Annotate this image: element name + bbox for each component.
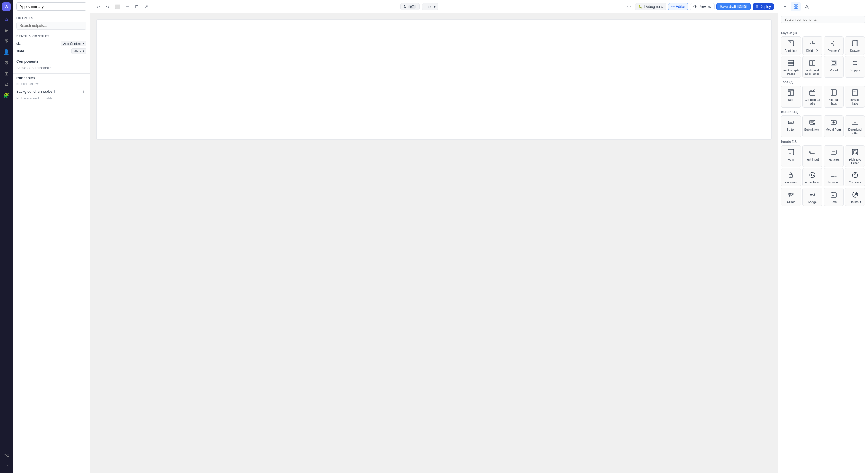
textarea-component[interactable]: Textarea — [824, 145, 844, 167]
ctx-value-badge[interactable]: App Context ▾ — [61, 41, 87, 46]
bg-runnables-title: Background runnables ℹ — [16, 90, 55, 94]
runnables-title: Runnables — [16, 76, 35, 80]
preview-button[interactable]: 👁 Preview — [690, 3, 715, 10]
textarea-icon — [830, 148, 838, 156]
right-panel-tabs: + — [778, 0, 868, 13]
email-input-icon — [808, 171, 816, 179]
container-component[interactable]: Container — [781, 36, 801, 55]
right-panel-search — [778, 13, 868, 26]
submit-form-component[interactable]: Submit form — [802, 116, 823, 137]
text-input-component[interactable]: Text Input — [802, 145, 823, 167]
modal-component[interactable]: Modal — [824, 56, 844, 78]
forward-icon[interactable]: → — [1, 461, 11, 471]
editor-button[interactable]: ✏ Editor — [668, 3, 688, 10]
app-logo[interactable]: W — [2, 2, 10, 11]
svg-rect-2 — [794, 7, 796, 9]
date-component[interactable]: Date — [824, 188, 844, 206]
home-icon[interactable]: ⌂ — [1, 14, 11, 24]
file-input-component[interactable]: File Input — [845, 188, 865, 206]
tabs-section-title: Tabs (2) — [781, 80, 865, 84]
grid-icon[interactable]: ⊞ — [1, 69, 11, 78]
svg-rect-9 — [788, 63, 794, 66]
tabs-component[interactable]: Tabs — [781, 86, 801, 107]
component-toggle-button[interactable]: ⊞ — [133, 2, 141, 11]
range-component[interactable]: Range — [802, 188, 823, 206]
email-input-component[interactable]: Email Input — [802, 168, 823, 187]
sidebar-tabs-component[interactable]: Sidebar Tabs — [824, 86, 844, 107]
search-components-input[interactable] — [781, 16, 865, 24]
svg-point-40 — [832, 195, 833, 195]
svg-rect-8 — [788, 60, 794, 63]
divider-x-component[interactable]: Divider X — [802, 36, 823, 55]
debug-runs-button[interactable]: 🐛 Debug runs — [635, 3, 666, 10]
outputs-section: Outputs — [13, 13, 90, 31]
debug-runs-label: Debug runs — [644, 4, 663, 9]
number-component[interactable]: Number — [824, 168, 844, 187]
add-bg-runnable-button[interactable]: + — [81, 89, 87, 95]
mobile-button[interactable]: ▭ — [123, 2, 131, 11]
state-value-badge[interactable]: State ▾ — [71, 48, 87, 54]
vertical-split-icon — [786, 59, 795, 67]
frame-button[interactable]: ⬜ — [113, 2, 122, 11]
svg-rect-13 — [832, 61, 835, 64]
github-icon[interactable]: ⌥ — [1, 450, 11, 460]
buttons-grid: Button Submit form Modal Form Download B… — [781, 116, 865, 137]
vertical-split-component[interactable]: Vertical Split Panes — [781, 56, 801, 78]
number-icon — [830, 171, 838, 179]
divider-y-component[interactable]: Divider Y — [824, 36, 844, 55]
header-right-btns: ✏ Editor 👁 Preview Save draft Ctrl S ⬆ D… — [668, 3, 774, 10]
canvas-area[interactable] — [90, 13, 778, 473]
modal-label: Modal — [830, 69, 838, 72]
form-icon — [786, 148, 795, 156]
submit-form-icon — [808, 118, 816, 127]
preview-icon: 👁 — [693, 4, 697, 9]
deploy-button[interactable]: ⬆ Deploy — [752, 3, 774, 10]
drawer-component[interactable]: Drawer — [845, 36, 865, 55]
slider-component[interactable]: Slider — [781, 188, 801, 206]
state-key: state — [16, 49, 71, 53]
puzzle-icon[interactable]: 🧩 — [1, 90, 11, 100]
components-tab[interactable] — [791, 2, 801, 11]
flow-icon[interactable]: ⇄ — [1, 80, 11, 89]
horizontal-split-icon — [808, 59, 816, 67]
password-component[interactable]: Password — [781, 168, 801, 187]
currency-component[interactable]: Currency — [845, 168, 865, 187]
undo-button[interactable]: ↩ — [94, 2, 102, 11]
run-count: (0) — [408, 4, 416, 9]
invisible-tabs-component[interactable]: Invisible Tabs — [845, 86, 865, 107]
run-button[interactable]: ↻ (0) — [400, 3, 419, 10]
form-label: Form — [787, 158, 795, 161]
expand-button[interactable]: ⤢ — [142, 2, 151, 11]
users-icon[interactable]: 👤 — [1, 47, 11, 57]
conditional-tabs-component[interactable]: Conditional tabs — [802, 86, 823, 107]
rich-text-component[interactable]: Rich Text Editor — [845, 145, 865, 167]
download-button-component[interactable]: Download Button — [845, 116, 865, 137]
style-tab[interactable] — [802, 2, 812, 11]
inputs-section-title: Inputs (18) — [781, 140, 865, 144]
sidebar-tabs-label: Sidebar Tabs — [825, 98, 842, 105]
app-title-input[interactable] — [16, 2, 87, 10]
svg-rect-4 — [788, 41, 794, 46]
redo-button[interactable]: ↪ — [104, 2, 112, 11]
svg-point-37 — [810, 194, 812, 195]
invisible-tabs-label: Invisible Tabs — [846, 98, 864, 105]
ctx-chevron-icon: ▾ — [83, 41, 84, 45]
add-component-tab[interactable]: + — [780, 2, 790, 11]
svg-rect-16 — [809, 91, 815, 95]
button-component[interactable]: Button — [781, 116, 801, 137]
search-outputs-input[interactable] — [16, 22, 87, 30]
frequency-selector[interactable]: once ▾ — [422, 3, 438, 10]
form-component[interactable]: Form — [781, 145, 801, 167]
inputs-grid: Form Text Input Textarea Rich Text Edito… — [781, 145, 865, 206]
no-bg-runnable-label: No background runnable — [13, 96, 90, 102]
stepper-component[interactable]: Stepper — [845, 56, 865, 78]
more-options-button[interactable]: ⋯ — [625, 2, 633, 11]
divider-y-icon — [830, 39, 838, 48]
svg-rect-10 — [809, 60, 812, 66]
modal-form-component[interactable]: Modal Form — [824, 116, 844, 137]
play-icon[interactable]: ▶ — [1, 25, 11, 35]
save-draft-button[interactable]: Save draft Ctrl S — [716, 3, 751, 10]
settings-icon[interactable]: ⚙ — [1, 58, 11, 67]
horizontal-split-component[interactable]: Horizontal Split Panes — [802, 56, 823, 78]
dollar-icon[interactable]: $ — [1, 36, 11, 46]
